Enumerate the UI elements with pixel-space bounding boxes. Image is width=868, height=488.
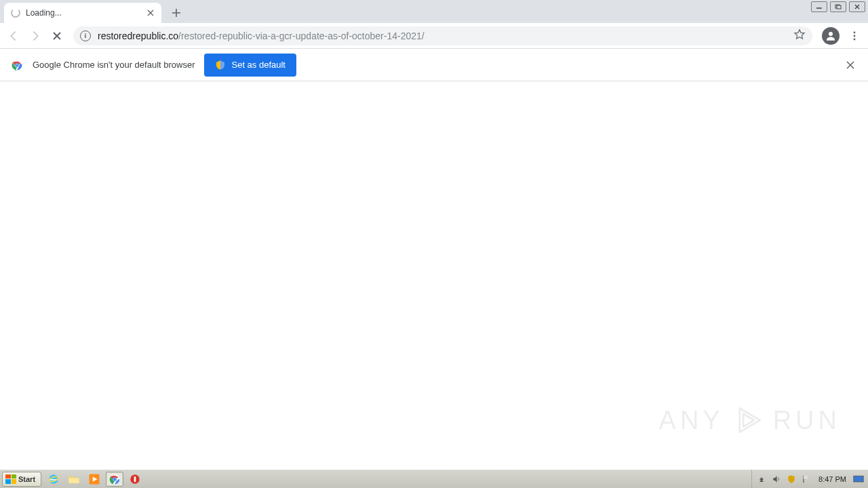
taskbar-chrome-icon[interactable] [106, 472, 123, 487]
close-window-button[interactable] [849, 1, 865, 12]
start-label: Start [18, 475, 35, 483]
taskbar-media-icon[interactable] [85, 472, 103, 487]
anyrun-watermark: ANY RUN [659, 405, 841, 435]
minimize-button[interactable] [811, 1, 827, 12]
tab-strip: Loading... [0, 0, 868, 23]
svg-point-5 [854, 38, 856, 40]
chrome-logo-icon [11, 59, 23, 71]
page-content: ANY RUN [0, 81, 868, 469]
svg-point-16 [113, 478, 116, 481]
tray-expand-icon[interactable] [756, 474, 767, 485]
set-default-label: Set as default [231, 60, 285, 70]
svg-point-4 [854, 35, 856, 37]
forward-button[interactable] [26, 26, 45, 45]
taskbar-explorer-icon[interactable] [65, 472, 83, 487]
infobar-message: Google Chrome isn't your default browser [33, 60, 195, 70]
new-tab-button[interactable] [167, 3, 186, 22]
set-default-button[interactable]: Set as default [204, 54, 296, 77]
infobar-close-button[interactable] [844, 58, 857, 72]
shield-icon [215, 60, 226, 70]
window-controls [811, 1, 865, 12]
url-domain: restoredrepublic.co [98, 30, 178, 41]
toolbar: i restoredrepublic.co/restored-republic-… [0, 23, 868, 49]
watermark-right: RUN [773, 406, 841, 435]
browser-tab[interactable]: Loading... [4, 3, 161, 23]
taskbar: Start 8:47 PM [0, 469, 868, 488]
svg-rect-19 [854, 476, 863, 482]
taskbar-app-icon[interactable] [126, 472, 144, 487]
tray-flag-icon[interactable] [801, 474, 812, 485]
chrome-menu-button[interactable] [845, 26, 864, 45]
tray-clock[interactable]: 8:47 PM [816, 475, 849, 483]
svg-point-2 [829, 32, 833, 36]
svg-point-9 [16, 64, 18, 66]
tab-close-button[interactable] [145, 7, 156, 18]
site-info-icon[interactable]: i [80, 30, 91, 41]
back-button[interactable] [4, 26, 23, 45]
windows-flag-icon [5, 474, 16, 484]
tray-shield-icon[interactable] [786, 474, 797, 485]
profile-button[interactable] [822, 27, 840, 45]
loading-spinner-icon [11, 8, 20, 18]
svg-rect-18 [134, 476, 136, 482]
taskbar-ie-icon[interactable] [45, 472, 62, 487]
url-path: /restored-republic-via-a-gcr-update-as-o… [178, 30, 425, 41]
tab-title: Loading... [26, 8, 145, 18]
tray-desktop-icon[interactable] [853, 474, 864, 485]
play-icon [734, 405, 764, 435]
bookmark-star-icon[interactable] [793, 28, 806, 43]
svg-rect-1 [837, 5, 841, 9]
stop-reload-button[interactable] [47, 26, 66, 45]
maximize-button[interactable] [830, 1, 846, 12]
tray-volume-icon[interactable] [771, 474, 782, 485]
start-button[interactable]: Start [2, 472, 41, 487]
svg-point-3 [854, 31, 856, 33]
system-tray: 8:47 PM [751, 470, 868, 488]
address-bar[interactable]: i restoredrepublic.co/restored-republic-… [73, 26, 812, 45]
default-browser-infobar: Google Chrome isn't your default browser… [0, 49, 868, 81]
watermark-left: ANY [659, 406, 724, 435]
